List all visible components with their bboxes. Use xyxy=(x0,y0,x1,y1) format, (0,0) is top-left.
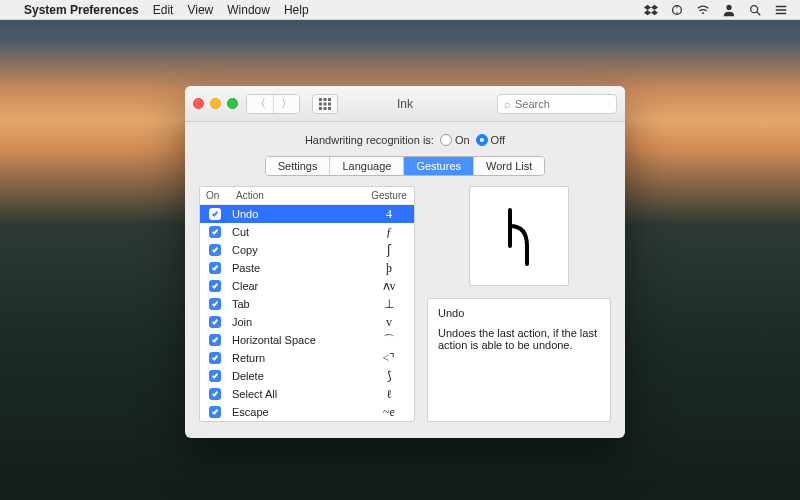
close-button[interactable] xyxy=(193,98,204,109)
menu-help[interactable]: Help xyxy=(284,3,309,17)
row-checkbox[interactable] xyxy=(209,280,221,292)
nav-forward-button[interactable]: 〉 xyxy=(273,95,299,113)
row-checkbox[interactable] xyxy=(209,388,221,400)
row-action: Undo xyxy=(230,208,364,220)
row-action: Tab xyxy=(230,298,364,310)
nav-back-button[interactable]: 〈 xyxy=(247,95,273,113)
table-row[interactable]: Select Allℓ xyxy=(200,385,414,403)
row-action: Join xyxy=(230,316,364,328)
col-header-action[interactable]: Action xyxy=(230,187,364,204)
show-all-button[interactable] xyxy=(312,94,338,114)
search-input[interactable] xyxy=(515,98,610,110)
tab-bar: Settings Language Gestures Word List xyxy=(185,156,625,186)
row-gesture-glyph: <⌝ xyxy=(364,351,414,366)
row-gesture-glyph: ƒ xyxy=(364,225,414,240)
titlebar: 〈 〉 Ink ⌕ xyxy=(185,86,625,122)
description-title: Undo xyxy=(438,307,600,319)
row-action: Delete xyxy=(230,370,364,382)
preferences-window: 〈 〉 Ink ⌕ Handwriting recognition is: On… xyxy=(185,86,625,438)
svg-rect-11 xyxy=(328,107,331,110)
tab-settings[interactable]: Settings xyxy=(266,157,330,175)
svg-rect-8 xyxy=(328,102,331,105)
traffic-lights xyxy=(193,98,238,109)
description-body: Undoes the last action, if the last acti… xyxy=(438,327,597,351)
tab-language[interactable]: Language xyxy=(329,157,403,175)
row-checkbox[interactable] xyxy=(209,208,221,220)
row-gesture-glyph: ℓ xyxy=(364,387,414,402)
table-row[interactable]: Delete⟆ xyxy=(200,367,414,385)
search-field[interactable]: ⌕ xyxy=(497,94,617,114)
svg-rect-4 xyxy=(324,98,327,101)
row-checkbox[interactable] xyxy=(209,226,221,238)
row-action: Paste xyxy=(230,262,364,274)
row-gesture-glyph: v xyxy=(364,315,414,330)
tab-gestures[interactable]: Gestures xyxy=(403,157,473,175)
svg-rect-9 xyxy=(319,107,322,110)
row-action: Cut xyxy=(230,226,364,238)
sync-icon[interactable] xyxy=(670,3,684,17)
wifi-icon[interactable] xyxy=(696,3,710,17)
table-row[interactable]: Copyʃ xyxy=(200,241,414,259)
svg-rect-5 xyxy=(328,98,331,101)
user-icon[interactable] xyxy=(722,3,736,17)
table-row[interactable]: Clearʌv xyxy=(200,277,414,295)
table-row[interactable]: Undo4 xyxy=(200,205,414,223)
row-action: Select All xyxy=(230,388,364,400)
row-checkbox[interactable] xyxy=(209,298,221,310)
table-row[interactable]: Cutƒ xyxy=(200,223,414,241)
table-row[interactable]: Escape~e xyxy=(200,403,414,421)
row-gesture-glyph: ⊥ xyxy=(364,297,414,312)
recognition-off-radio[interactable]: Off xyxy=(476,134,505,146)
row-checkbox[interactable] xyxy=(209,370,221,382)
spotlight-icon[interactable] xyxy=(748,3,762,17)
gestures-table: On Action Gesture Undo4CutƒCopyʃPasteþCl… xyxy=(199,186,415,422)
table-row[interactable]: Horizontal Space⌒ xyxy=(200,331,414,349)
row-checkbox[interactable] xyxy=(209,406,221,418)
menu-view[interactable]: View xyxy=(187,3,213,17)
row-action: Escape xyxy=(230,406,364,418)
menubar: System Preferences Edit View Window Help xyxy=(0,0,800,20)
table-row[interactable]: Pasteþ xyxy=(200,259,414,277)
recognition-label: Handwriting recognition is: xyxy=(305,134,434,146)
table-row[interactable]: Tab⊥ xyxy=(200,295,414,313)
notification-center-icon[interactable] xyxy=(774,3,788,17)
minimize-button[interactable] xyxy=(210,98,221,109)
dropbox-icon[interactable] xyxy=(644,3,658,17)
recognition-on-radio[interactable]: On xyxy=(440,134,470,146)
row-gesture-glyph: 4 xyxy=(364,207,414,222)
row-action: Return xyxy=(230,352,364,364)
svg-rect-3 xyxy=(319,98,322,101)
row-checkbox[interactable] xyxy=(209,316,221,328)
handwriting-recognition-row: Handwriting recognition is: On Off xyxy=(185,122,625,156)
gesture-preview-glyph xyxy=(495,204,543,268)
recognition-on-label: On xyxy=(455,134,470,146)
gesture-description: Undo Undoes the last action, if the last… xyxy=(427,298,611,422)
gesture-preview xyxy=(469,186,569,286)
svg-rect-6 xyxy=(319,102,322,105)
menu-window[interactable]: Window xyxy=(227,3,270,17)
table-header: On Action Gesture xyxy=(200,187,414,205)
zoom-button[interactable] xyxy=(227,98,238,109)
svg-rect-7 xyxy=(324,102,327,105)
row-gesture-glyph: ⌒ xyxy=(364,332,414,349)
svg-rect-10 xyxy=(324,107,327,110)
row-gesture-glyph: þ xyxy=(364,261,414,276)
col-header-on[interactable]: On xyxy=(200,187,230,204)
grid-icon xyxy=(319,98,331,110)
table-row[interactable]: Joinv xyxy=(200,313,414,331)
row-gesture-glyph: ʌv xyxy=(364,279,414,294)
row-action: Horizontal Space xyxy=(230,334,364,346)
app-menu[interactable]: System Preferences xyxy=(24,3,139,17)
tab-word-list[interactable]: Word List xyxy=(473,157,544,175)
table-row[interactable]: Return<⌝ xyxy=(200,349,414,367)
row-checkbox[interactable] xyxy=(209,244,221,256)
svg-point-1 xyxy=(726,4,731,9)
recognition-off-label: Off xyxy=(491,134,505,146)
row-checkbox[interactable] xyxy=(209,334,221,346)
row-checkbox[interactable] xyxy=(209,262,221,274)
row-gesture-glyph: ~e xyxy=(364,405,414,420)
col-header-gesture[interactable]: Gesture xyxy=(364,187,414,204)
menu-edit[interactable]: Edit xyxy=(153,3,174,17)
row-checkbox[interactable] xyxy=(209,352,221,364)
row-action: Copy xyxy=(230,244,364,256)
